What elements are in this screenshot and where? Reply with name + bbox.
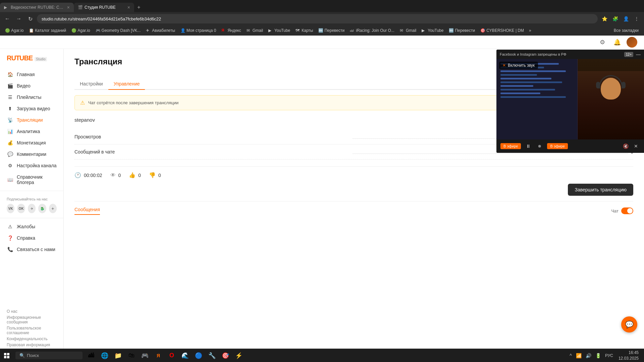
new-tab-button[interactable]: + bbox=[134, 3, 144, 12]
taskbar-search-label: Поиск bbox=[27, 353, 39, 358]
chat-tab[interactable]: Сообщения bbox=[74, 207, 100, 215]
back-button[interactable]: ← bbox=[3, 14, 12, 23]
tab-management[interactable]: Управление bbox=[108, 78, 145, 90]
bookmarks-all-folder[interactable]: Все закладки bbox=[611, 27, 641, 34]
sidebar-item-broadcast[interactable]: 📡 Трансляции bbox=[0, 114, 63, 126]
taskbar-icon-misc3[interactable]: ⚡ bbox=[232, 349, 246, 362]
bookmark-youtube1[interactable]: ▶YouTube bbox=[266, 27, 292, 34]
link-terms[interactable]: Пользовательское соглашение bbox=[7, 326, 57, 335]
taskbar-search-box[interactable]: 🔍 Поиск bbox=[15, 352, 83, 359]
bookmark-gmail2[interactable]: ✉Gmail bbox=[397, 27, 419, 34]
taskbar-icon-browser[interactable]: 🌐 bbox=[98, 349, 111, 362]
tray-battery-icon[interactable]: 🔋 bbox=[594, 353, 602, 358]
settings-icon-btn[interactable]: ⚙ bbox=[597, 37, 608, 48]
volume-btn[interactable]: 🔇 bbox=[623, 143, 629, 149]
notification-bell-btn[interactable]: 🔔 bbox=[612, 37, 623, 48]
mute-overlay[interactable]: ✕ Включить звук bbox=[499, 62, 538, 69]
sidebar-logo: RUTUBE Studio bbox=[0, 54, 63, 69]
link-legal[interactable]: Правовая информация bbox=[7, 343, 57, 347]
bookmark-button[interactable]: ⭐ bbox=[600, 14, 609, 23]
taskbar-tray: ^ 📶 🔊 🔋 РУС 16:45 12.03.2025 bbox=[568, 350, 644, 361]
social-dr-icon[interactable]: 🐉 bbox=[38, 204, 46, 213]
bookmark-youtube2[interactable]: ▶YouTube bbox=[419, 27, 446, 34]
taskbar-icon-game[interactable]: 🎮 bbox=[138, 349, 152, 362]
refresh-button[interactable]: ↻ bbox=[25, 14, 35, 23]
social-vk-icon[interactable]: VK bbox=[7, 204, 14, 213]
sidebar-item-comments[interactable]: 💬 Комментарии bbox=[0, 148, 63, 160]
tab1-close[interactable]: × bbox=[67, 5, 70, 10]
sidebar-item-home[interactable]: 🏠 Главная bbox=[0, 69, 63, 80]
record-btn[interactable]: ⏺ bbox=[536, 142, 544, 150]
forward-button[interactable]: → bbox=[14, 14, 23, 23]
bookmark-cybershoke[interactable]: 🎯CYBERSHOKE | DM bbox=[478, 27, 526, 34]
sidebar-item-channel-settings[interactable]: ⚙ Настройка канала bbox=[0, 160, 63, 171]
close-btn[interactable]: ✕ bbox=[632, 142, 640, 150]
bookmark-yandex[interactable]: ЯЯндекс bbox=[219, 27, 243, 34]
bookmark-agar2[interactable]: 🟢Agar.io bbox=[69, 27, 92, 34]
browser-tab-2[interactable]: 🎬 Студия RUTUBE × bbox=[74, 3, 134, 12]
sidebar-item-video[interactable]: 🎬 Видео bbox=[0, 80, 63, 92]
profile-button[interactable]: 👤 bbox=[621, 14, 631, 23]
video-minimize-btn[interactable]: — bbox=[636, 52, 641, 57]
sidebar-item-video-label: Видео bbox=[17, 83, 31, 88]
sidebar-item-playlists[interactable]: ☰ Плейлисты bbox=[0, 92, 63, 103]
taskbar-icon-opera[interactable]: O bbox=[165, 349, 178, 362]
social-ok-icon[interactable]: OK bbox=[17, 204, 25, 213]
tray-network-icon[interactable]: 📶 bbox=[575, 353, 583, 358]
tray-volume-icon[interactable]: 🔊 bbox=[584, 353, 593, 358]
sidebar-item-monetization[interactable]: 💰 Монетизация bbox=[0, 137, 63, 148]
sidebar-item-help[interactable]: ❓ Справка bbox=[0, 232, 63, 244]
link-privacy[interactable]: Конфиденциальность bbox=[7, 337, 57, 341]
menu-button[interactable]: ⋮ bbox=[632, 14, 641, 23]
bookmark-translate1[interactable]: 🔤Перевести bbox=[316, 27, 347, 34]
sidebar: RUTUBE Studio 🏠 Главная 🎬 Видео ☰ Плейли… bbox=[0, 49, 64, 362]
float-chat-button[interactable]: 💬 bbox=[621, 316, 637, 333]
bookmark-avia[interactable]: ✈Авиабилеты bbox=[144, 27, 177, 34]
taskbar-time[interactable]: 16:45 12.03.2025 bbox=[616, 350, 641, 361]
taskbar-icon-yandex[interactable]: Я bbox=[152, 349, 165, 362]
video-top-bar-right: 12+ — bbox=[624, 52, 641, 57]
tray-chevron-icon[interactable]: ^ bbox=[568, 353, 573, 358]
start-button[interactable] bbox=[0, 349, 13, 362]
extension-button[interactable]: 🧩 bbox=[610, 14, 620, 23]
bookmark-tasks[interactable]: 📋Каталог заданий bbox=[26, 27, 68, 34]
taskbar-icon-edge[interactable]: 🌊 bbox=[178, 349, 192, 362]
sidebar-item-blogger-help[interactable]: 📖 Справочник блогера bbox=[0, 171, 63, 188]
taskbar-icon-misc2[interactable]: 🎯 bbox=[219, 349, 232, 362]
tab-settings[interactable]: Настройки bbox=[74, 78, 108, 90]
chat-toggle[interactable] bbox=[621, 207, 633, 214]
tray-language: РУС bbox=[604, 353, 614, 358]
address-bar-row: ← → ↻ ⭐ 🧩 👤 ⋮ bbox=[0, 12, 644, 25]
taskbar-icon-misc1[interactable]: 🔧 bbox=[205, 349, 219, 362]
taskbar-icon-store[interactable]: 🛍 bbox=[125, 349, 138, 362]
bookmark-agar1[interactable]: 🟢Agar.io bbox=[3, 27, 26, 34]
timer-value: 00:00:02 bbox=[84, 173, 102, 178]
sidebar-item-contact[interactable]: 📞 Связаться с нами bbox=[0, 244, 63, 255]
taskbar-icon-explorer[interactable]: 🏙 bbox=[85, 349, 98, 362]
bookmark-maps[interactable]: 🗺Карты bbox=[293, 27, 315, 34]
tab2-close[interactable]: × bbox=[127, 5, 130, 10]
bookmark-iracing[interactable]: 🏎iRacing: Join Our O... bbox=[347, 27, 397, 34]
sidebar-item-upload[interactable]: ⬆ Загрузка видео bbox=[0, 103, 63, 114]
address-input[interactable] bbox=[37, 14, 598, 23]
taskbar-icon-folder[interactable]: 📁 bbox=[111, 349, 125, 362]
pause-btn[interactable]: ⏸ bbox=[524, 142, 532, 150]
social-tg-icon[interactable]: ✈ bbox=[28, 204, 36, 213]
taskbar-icon-chrome[interactable]: 🔵 bbox=[192, 349, 205, 362]
user-avatar[interactable] bbox=[627, 37, 637, 48]
live-badge-right[interactable]: В эфире bbox=[547, 143, 568, 149]
sidebar-item-analytics[interactable]: 📊 Аналитика bbox=[0, 126, 63, 137]
end-broadcast-button[interactable]: Завершить трансляцию bbox=[568, 184, 633, 196]
browser-tab-1[interactable]: ▶ Видеохостинг RUTUBE: Смо... × bbox=[0, 3, 74, 12]
link-about[interactable]: О нас bbox=[7, 309, 57, 314]
link-info[interactable]: Информационные сообщения bbox=[7, 315, 57, 324]
svg-rect-1 bbox=[7, 353, 9, 355]
bookmark-gmail1[interactable]: ✉Gmail bbox=[244, 27, 265, 34]
bookmark-mypage[interactable]: 👤Моя страница 0 bbox=[178, 27, 218, 34]
live-badge-left[interactable]: В эфире bbox=[500, 143, 521, 149]
sidebar-item-complaints[interactable]: ⚠ Жалобы bbox=[0, 221, 63, 232]
bookmarks-more[interactable]: » bbox=[527, 27, 533, 34]
bookmark-translate2[interactable]: 🔤Перевести bbox=[446, 27, 477, 34]
social-more-icon[interactable]: + bbox=[49, 204, 57, 213]
bookmark-geometry[interactable]: 🎮Geometry Dash [VK... bbox=[93, 27, 143, 34]
